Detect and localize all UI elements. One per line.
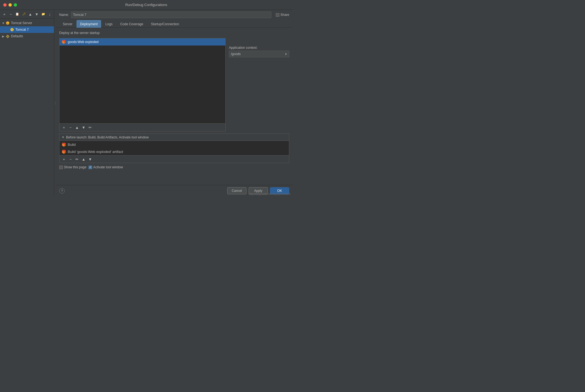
deploy-down-button[interactable]: ▼: [81, 125, 86, 130]
tab-logs[interactable]: Logs: [102, 20, 116, 28]
deploy-edit-button[interactable]: ✏: [87, 125, 93, 130]
sidebar-item-label: Defaults: [11, 34, 23, 38]
wrench-button[interactable]: [21, 12, 27, 17]
folder-button[interactable]: 📁: [41, 12, 46, 17]
window-title: Run/Debug Configurations: [125, 3, 167, 7]
sidebar-item-tomcat-server[interactable]: ▼ 🐱 Tomcat Server: [0, 20, 54, 26]
name-label: Name:: [59, 13, 69, 17]
before-launch-down-button[interactable]: ▼: [87, 157, 93, 162]
tab-bar: Server Deployment Logs Code Coverage Sta…: [56, 20, 292, 28]
sidebar-item-label: Tomcat 7: [15, 28, 29, 32]
sidebar: + − 📋 ▲ ▼ 📁 ↓ ▼: [0, 10, 54, 196]
before-launch-add-button[interactable]: +: [61, 157, 67, 162]
title-bar: Run/Debug Configurations: [0, 0, 292, 10]
artifact-icon: 🎁: [62, 40, 66, 44]
before-launch-up-button[interactable]: ▲: [81, 157, 86, 162]
name-input[interactable]: [71, 12, 271, 18]
tree-expand-arrow: ▼: [1, 21, 5, 25]
build-icon: 🎁: [62, 143, 66, 147]
deploy-list: 🎁 goods:Web exploded: [59, 38, 225, 123]
show-page-wrap: Show this page: [59, 165, 86, 169]
deploy-col: 🎁 goods:Web exploded + − ▲ ▼ ✏: [59, 38, 226, 131]
before-launch-item-artifact[interactable]: 🎁 Build 'goods:Web exploded' artifact: [59, 148, 289, 155]
tab-deployment[interactable]: Deployment: [76, 20, 101, 28]
cancel-button[interactable]: Cancel: [227, 187, 246, 194]
share-area: Share: [276, 13, 289, 17]
before-launch-header[interactable]: ▼ Before launch: Build, Build Artifacts,…: [59, 134, 289, 141]
deploy-item-label: goods:Web exploded: [68, 40, 99, 44]
maximize-button[interactable]: [14, 3, 17, 7]
svg-text:T: T: [12, 29, 13, 31]
checkbox-area: Show this page ✓ Activate tool window: [59, 165, 289, 169]
before-launch-item-label: Build: [68, 143, 76, 147]
tomcat7-icon: T: [10, 27, 14, 32]
deploy-up-button[interactable]: ▲: [74, 125, 80, 130]
close-button[interactable]: [3, 3, 7, 7]
panel-content: Deploy at the server startup 🎁 goods:Web…: [56, 28, 292, 185]
url-bar: http://blog.csdn.net/skyMyxvincent: [249, 192, 290, 195]
sidebar-toolbar: + − 📋 ▲ ▼ 📁 ↓: [0, 10, 54, 19]
show-page-label: Show this page: [64, 165, 86, 169]
before-launch-items: 🎁 Build 🎁 Build 'goods:Web exploded' art…: [59, 141, 289, 155]
share-checkbox[interactable]: [276, 13, 279, 17]
tab-code-coverage[interactable]: Code Coverage: [117, 20, 147, 28]
help-button[interactable]: ?: [59, 188, 65, 194]
before-launch-arrow: ▼: [62, 136, 64, 139]
sidebar-item-defaults[interactable]: ▶ Defaults: [0, 33, 54, 39]
tree-indent: [5, 27, 10, 32]
deploy-area: 🎁 goods:Web exploded + − ▲ ▼ ✏: [59, 38, 226, 131]
before-launch-title: Before launch: Build, Build Artifacts, A…: [66, 135, 149, 139]
deploy-remove-button[interactable]: −: [68, 125, 73, 130]
run-debug-configurations-window: Run/Debug Configurations + − 📋 ▲ ▼ 📁 ↓: [0, 0, 292, 196]
move-down-button[interactable]: ▼: [34, 12, 39, 17]
deploy-section-label: Deploy at the server startup: [59, 31, 289, 35]
before-launch-item-build[interactable]: 🎁 Build: [59, 141, 289, 148]
right-panel: Name: Share Server Deployment Logs: [56, 10, 292, 196]
context-label: Application context:: [229, 46, 289, 50]
resize-dots-icon: [55, 102, 55, 104]
before-launch-section: ▼ Before launch: Build, Build Artifacts,…: [59, 133, 289, 163]
artifact-build-icon: 🎁: [62, 150, 66, 154]
context-select[interactable]: /goods ▼: [229, 51, 289, 57]
before-launch-remove-button[interactable]: −: [68, 157, 73, 162]
name-row: Name: Share: [56, 10, 292, 20]
tree-expand-arrow: ▶: [1, 34, 5, 38]
svg-text:🐱: 🐱: [6, 22, 9, 24]
add-config-button[interactable]: +: [2, 12, 7, 17]
context-dropdown-arrow: ▼: [285, 53, 287, 56]
deploy-toolbar: + − ▲ ▼ ✏: [59, 123, 225, 131]
minimize-button[interactable]: [8, 3, 12, 7]
before-launch-edit-button[interactable]: ✏: [74, 157, 80, 162]
context-col: Application context: /goods ▼: [229, 38, 289, 131]
main-content: + − 📋 ▲ ▼ 📁 ↓ ▼: [0, 10, 292, 196]
activate-tool-label: Activate tool window: [93, 165, 123, 169]
context-value: /goods: [231, 52, 283, 56]
defaults-icon: [5, 34, 10, 38]
activate-tool-wrap: ✓ Activate tool window: [89, 165, 123, 169]
remove-config-button[interactable]: −: [8, 12, 14, 17]
show-page-checkbox[interactable]: [59, 166, 63, 169]
deploy-add-button[interactable]: +: [61, 125, 67, 130]
sidebar-tree: ▼ 🐱 Tomcat Server T: [0, 19, 54, 196]
tab-server[interactable]: Server: [59, 20, 76, 28]
deploy-item[interactable]: 🎁 goods:Web exploded: [59, 38, 225, 46]
before-launch-item-label: Build 'goods:Web exploded' artifact: [68, 150, 123, 154]
tomcat-server-icon: 🐱: [5, 21, 10, 25]
move-up-button[interactable]: ▲: [28, 12, 33, 17]
svg-point-5: [7, 36, 8, 37]
traffic-lights: [3, 3, 17, 7]
sidebar-item-tomcat7[interactable]: T Tomcat 7: [0, 26, 54, 33]
share-label: Share: [280, 13, 289, 17]
activate-tool-checkbox[interactable]: ✓: [89, 166, 92, 169]
copy-config-button[interactable]: 📋: [15, 12, 20, 17]
deploy-row-wrapper: 🎁 goods:Web exploded + − ▲ ▼ ✏: [59, 38, 289, 131]
tab-startup-connection[interactable]: Startup/Connection: [147, 20, 183, 28]
before-launch-toolbar: + − ✏ ▲ ▼: [59, 155, 289, 163]
sidebar-item-label: Tomcat Server: [11, 21, 32, 25]
sort-button[interactable]: ↓: [47, 12, 52, 17]
